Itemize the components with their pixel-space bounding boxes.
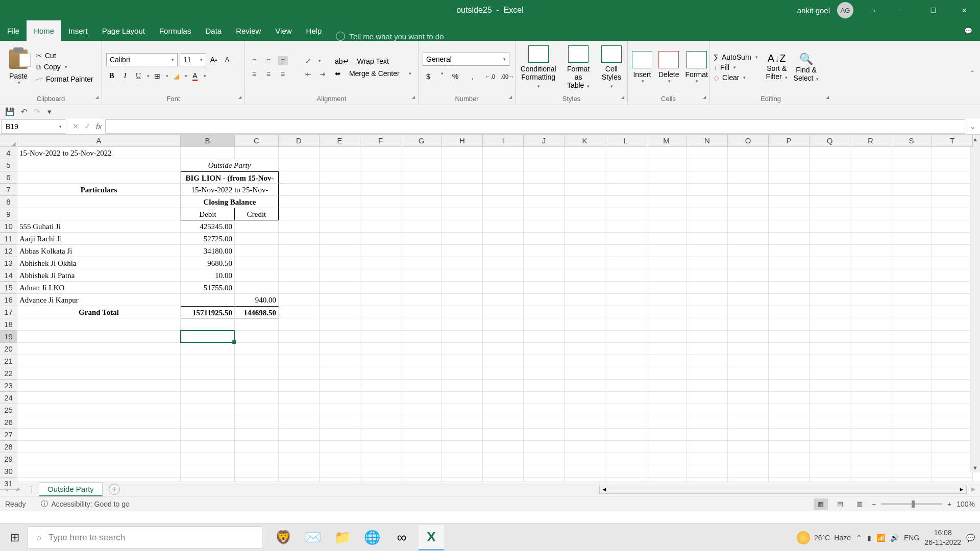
cell-R22[interactable]	[850, 367, 891, 380]
cell-N23[interactable]	[687, 380, 728, 392]
cell-G4[interactable]	[401, 147, 442, 159]
cell-T11[interactable]	[932, 233, 973, 245]
underline-button[interactable]: U	[133, 70, 144, 82]
tab-data[interactable]: Data	[198, 20, 229, 41]
cell-F14[interactable]	[360, 269, 401, 282]
sort-filter-button[interactable]: A↓ZSort &Filter ▾	[766, 53, 788, 82]
cell-P29[interactable]	[769, 453, 810, 465]
cell-B6[interactable]: BIG LION - (from 15-Nov-	[181, 171, 279, 184]
cell-M16[interactable]	[646, 294, 687, 306]
cell-D18[interactable]	[279, 318, 320, 331]
accessibility-status[interactable]: ⓘAccessibility: Good to go	[41, 499, 129, 509]
cell-K10[interactable]	[565, 220, 605, 233]
cell-B15[interactable]: 51755.00	[181, 282, 235, 294]
cell-S13[interactable]	[891, 257, 932, 269]
cell-L14[interactable]	[605, 269, 646, 282]
cell-L28[interactable]	[605, 441, 646, 453]
col-header-G[interactable]: G	[401, 135, 442, 147]
zoom-level[interactable]: 100%	[957, 500, 975, 508]
cell-T30[interactable]	[932, 465, 973, 478]
cell-M28[interactable]	[646, 441, 687, 453]
row-header-15[interactable]: 15	[0, 282, 17, 294]
cell-K21[interactable]	[565, 355, 605, 367]
cell-B21[interactable]	[181, 355, 235, 367]
decrease-decimal-icon[interactable]: .00→	[502, 71, 513, 82]
cell-B20[interactable]	[181, 343, 235, 355]
cell-L21[interactable]	[605, 355, 646, 367]
cell-E29[interactable]	[320, 453, 360, 465]
cell-A8[interactable]	[17, 196, 181, 208]
cell-I23[interactable]	[483, 380, 524, 392]
cell-K11[interactable]	[565, 233, 605, 245]
row-header-22[interactable]: 22	[0, 367, 17, 380]
row-header-13[interactable]: 13	[0, 257, 17, 269]
cell-K16[interactable]	[565, 294, 605, 306]
cell-R19[interactable]	[850, 331, 891, 343]
cell-T29[interactable]	[932, 453, 973, 465]
col-header-D[interactable]: D	[279, 135, 320, 147]
cell-G24[interactable]	[401, 392, 442, 404]
taskbar-excel-icon[interactable]: X	[419, 525, 444, 550]
find-select-button[interactable]: 🔍Find &Select ▾	[794, 53, 819, 82]
cell-H25[interactable]	[442, 404, 483, 416]
cell-R18[interactable]	[850, 318, 891, 331]
cell-T17[interactable]	[932, 306, 973, 318]
cell-A13[interactable]: Abhishek Ji Okhla	[17, 257, 181, 269]
cell-S9[interactable]	[891, 208, 932, 220]
col-header-H[interactable]: H	[442, 135, 483, 147]
cell-K23[interactable]	[565, 380, 605, 392]
row-header-11[interactable]: 11	[0, 233, 17, 245]
cell-J23[interactable]	[524, 380, 565, 392]
cell-O28[interactable]	[728, 441, 769, 453]
cell-L10[interactable]	[605, 220, 646, 233]
cell-S7[interactable]	[891, 184, 932, 196]
cell-D4[interactable]	[279, 147, 320, 159]
cell-D17[interactable]	[279, 306, 320, 318]
cell-C20[interactable]	[235, 343, 279, 355]
cell-M18[interactable]	[646, 318, 687, 331]
cell-F5[interactable]	[360, 159, 401, 171]
enter-formula-icon[interactable]: ✓	[84, 122, 91, 131]
page-break-view-icon[interactable]: ▥	[852, 498, 867, 510]
select-all-corner[interactable]	[0, 135, 17, 147]
cell-I6[interactable]	[483, 171, 524, 184]
cell-J6[interactable]	[524, 171, 565, 184]
cell-C17[interactable]: 144698.50	[235, 306, 279, 318]
cell-A18[interactable]	[17, 318, 181, 331]
cell-Q14[interactable]	[810, 269, 850, 282]
cell-S12[interactable]	[891, 245, 932, 257]
cell-S23[interactable]	[891, 380, 932, 392]
cell-E18[interactable]	[320, 318, 360, 331]
collapse-ribbon-icon[interactable]: ⌃	[970, 69, 975, 77]
cell-D13[interactable]	[279, 257, 320, 269]
col-header-P[interactable]: P	[769, 135, 810, 147]
cell-D20[interactable]	[279, 343, 320, 355]
cell-N9[interactable]	[687, 208, 728, 220]
cell-Q7[interactable]	[810, 184, 850, 196]
cell-F21[interactable]	[360, 355, 401, 367]
cell-C10[interactable]	[235, 220, 279, 233]
align-center-icon[interactable]: ≡	[263, 69, 274, 79]
cell-K15[interactable]	[565, 282, 605, 294]
cell-T10[interactable]	[932, 220, 973, 233]
clock[interactable]: 16:08 26-11-2022	[924, 528, 961, 546]
cell-I29[interactable]	[483, 453, 524, 465]
cell-O16[interactable]	[728, 294, 769, 306]
cell-Q23[interactable]	[810, 380, 850, 392]
cell-M26[interactable]	[646, 416, 687, 429]
cell-T15[interactable]	[932, 282, 973, 294]
format-painter-button[interactable]: Format Painter	[36, 74, 93, 84]
row-header-28[interactable]: 28	[0, 441, 17, 453]
cell-H4[interactable]	[442, 147, 483, 159]
cell-styles-button[interactable]: CellStyles ▾	[600, 45, 623, 89]
cell-A24[interactable]	[17, 392, 181, 404]
cell-L27[interactable]	[605, 429, 646, 441]
cell-E28[interactable]	[320, 441, 360, 453]
cell-L30[interactable]	[605, 465, 646, 478]
cell-F23[interactable]	[360, 380, 401, 392]
cell-C27[interactable]	[235, 429, 279, 441]
cell-L5[interactable]	[605, 159, 646, 171]
cell-A11[interactable]: Aarji Rachi Ji	[17, 233, 181, 245]
cell-A16[interactable]: Advance Ji Kanpur	[17, 294, 181, 306]
cell-S15[interactable]	[891, 282, 932, 294]
